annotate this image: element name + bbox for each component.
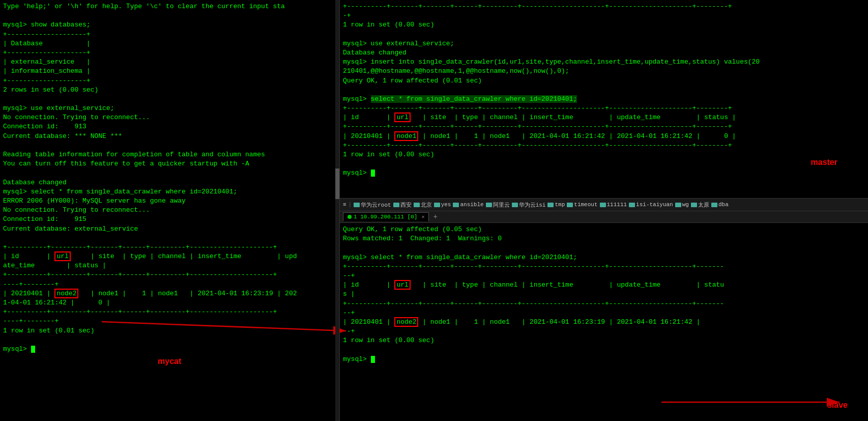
rt-tbl-sep3: +----------+-------+-------+------+-----… <box>343 141 865 150</box>
left-node2-highlight: node2 <box>54 289 78 298</box>
left-tbl-sep5: ----+--------+ <box>3 317 336 326</box>
left-line-sep1: +--------------------+ <box>3 30 336 39</box>
left-line-sep3: +--------------------+ <box>3 76 336 86</box>
left-connid: Connection id: 913 <box>3 122 336 131</box>
toolbar-tmp[interactable]: tmp <box>547 202 565 208</box>
left-tbl-sep1: +----------+---------+-------+------+---… <box>3 243 336 252</box>
rb-url-header: url <box>394 280 410 290</box>
toolbar-wg[interactable]: wg <box>675 202 689 208</box>
rt-select-highlight: select * from single_data_crawler where … <box>371 95 577 103</box>
left-line-dbheader: | Database | <box>3 39 336 48</box>
left-tbl-sep2: +----------+---------+-------+------+---… <box>3 270 336 279</box>
right-top-terminal: +----------+-------+-------+------+-----… <box>340 0 868 198</box>
left-blank5 <box>3 234 336 243</box>
rb-tbl-hdr: | id | url | site | type | channel | ins… <box>343 280 865 290</box>
toolbar-sep1: | <box>349 202 352 208</box>
rb-blank2 <box>343 345 865 354</box>
tab-label: 1 10.99.200.111 [0] <box>354 214 417 220</box>
rb-rows: Rows matched: 1 Changed: 1 Warnings: 0 <box>343 234 865 243</box>
left-tbl-hdr2: ate_time | status | <box>3 261 336 270</box>
rt-tbl-hdr: | id | url | site | type | channel | ins… <box>343 113 865 122</box>
rt-use: mysql> use external_service; <box>343 39 865 48</box>
left-error: ERROR 2006 (HY000): MySQL server has gon… <box>3 197 336 206</box>
toolbar-huawei-isi[interactable]: 华为云isi <box>512 201 546 209</box>
rt-insert2: 210401,@@hostname,@@hostname,1,@@hostnam… <box>343 67 865 76</box>
left-select1: mysql> select * from single_data_crawler… <box>3 187 336 197</box>
rb-1row: 1 row in set (0.00 sec) <box>343 336 865 345</box>
rb-tbl-sep2: +----------+-------+-------+------+-----… <box>343 299 865 308</box>
left-turnoff: You can turn off this feature to get a q… <box>3 159 336 169</box>
left-use: mysql> use external_service; <box>3 104 336 113</box>
rb-tbl-sep1: +----------+-------+-------+------+-----… <box>343 262 865 271</box>
left-terminal-content: Type 'help;' or '\h' for help. Type '\c'… <box>3 2 336 354</box>
rt-node1-highlight: node1 <box>394 131 418 141</box>
left-line-2rows: 2 rows in set (0.00 sec) <box>3 86 336 95</box>
left-reconnect2: No connection. Trying to reconnect... <box>3 206 336 215</box>
toolbar: ≡ | 华为云root 西安 北京 yes <box>340 198 868 211</box>
right-bottom-terminal: Query OK, 1 row affected (0.05 sec) Rows… <box>340 223 868 421</box>
rt-cursor <box>371 170 375 177</box>
left-line-1: Type 'help;' or '\h' for help. Type '\c'… <box>3 2 336 11</box>
toolbar-huawei-root[interactable]: 华为云root <box>354 201 391 209</box>
toolbar-ansible[interactable]: ansible <box>453 202 483 208</box>
rb-blank <box>343 243 865 252</box>
left-reconnect: No connection. Trying to reconnect... <box>3 113 336 122</box>
toolbar-taiyuan[interactable]: 太原 <box>691 201 709 209</box>
rt-select: mysql> select * from single_data_crawler… <box>343 95 865 104</box>
rb-node2-highlight: node2 <box>394 317 418 327</box>
left-cursor <box>31 346 35 353</box>
left-reading: Reading table information for completion… <box>3 150 336 159</box>
rt-sep1: +----------+-------+-------+------+-----… <box>343 2 865 11</box>
left-line-info: | information_schema | <box>3 67 336 76</box>
tab-bar: 1 10.99.200.111 [0] ✕ + <box>340 211 868 223</box>
left-connid2: Connection id: 915 <box>3 215 336 224</box>
left-tbl-row: | 20210401 | node2 | node1 | 1 | node1 |… <box>3 289 336 298</box>
toolbar-111111[interactable]: 111111 <box>600 202 627 208</box>
rb-select: mysql> select * from single_data_crawler… <box>343 253 865 262</box>
right-panel: +----------+-------+-------+------+-----… <box>340 0 868 421</box>
master-label: master <box>811 158 837 167</box>
tab-new-button[interactable]: + <box>431 213 439 221</box>
left-blank3 <box>3 141 336 150</box>
tab-close-button[interactable]: ✕ <box>421 214 424 220</box>
left-terminal-panel: Type 'help;' or '\h' for help. Type '\c'… <box>0 0 340 421</box>
left-dbchanged: Database changed <box>3 178 336 187</box>
rb-tbl-cont3: --+ <box>343 327 865 336</box>
left-tbl-sep4: +----------+---------+-------+------+---… <box>3 307 336 317</box>
toolbar-beijing[interactable]: 北京 <box>414 201 432 209</box>
rt-tbl-sep2: +----------+-------+-------+------+-----… <box>343 122 865 131</box>
rt-tbl-row: | 20210401 | node1 | node1 | 1 | node1 |… <box>343 132 865 141</box>
rt-dbchanged: Database changed <box>343 48 865 58</box>
rb-tbl-cont1: --+ <box>343 271 865 280</box>
rt-blank <box>343 30 865 39</box>
rt-url-header: url <box>394 113 410 122</box>
toolbar-hamburger[interactable]: ≡ <box>343 202 346 208</box>
rt-insert: mysql> insert into single_data_crawler(i… <box>343 58 865 67</box>
rb-queryok: Query OK, 1 row affected (0.05 sec) <box>343 225 865 234</box>
toolbar-xian[interactable]: 西安 <box>393 201 412 209</box>
left-line-show-db: mysql> show databases; <box>3 20 336 30</box>
left-curdb: Current database: *** NONE *** <box>3 132 336 141</box>
left-url-highlight: url <box>54 251 70 261</box>
rb-tbl-cont2: --+ <box>343 308 865 318</box>
rb-tbl-hdr2: s | <box>343 290 865 299</box>
tab-status-dot <box>348 215 352 219</box>
rt-blank2 <box>343 86 865 95</box>
left-tbl-hdr: | id | url | site | type | channel | ins… <box>3 252 336 261</box>
toolbar-timeout[interactable]: timeout <box>567 202 597 208</box>
toolbar-yes[interactable]: yes <box>434 202 451 208</box>
rb-cursor <box>371 356 375 363</box>
toolbar-aliyun[interactable]: 阿里云 <box>486 201 510 209</box>
toolbar-isi-taiyuan[interactable]: isi-taiyuan <box>629 202 673 208</box>
left-blank6 <box>3 335 336 345</box>
left-line-blank <box>3 11 336 20</box>
rt-1row2: 1 row in set (0.00 sec) <box>343 150 865 159</box>
left-tbl-sep3: ----+--------+ <box>3 280 336 289</box>
rb-tbl-row: | 20210401 | node2 | node1 | 1 | node1 |… <box>343 318 865 327</box>
left-line-sep2: +--------------------+ <box>3 48 336 58</box>
left-blank2 <box>3 95 336 104</box>
toolbar-dba[interactable]: dba <box>711 202 729 208</box>
tab-active[interactable]: 1 10.99.200.111 [0] ✕ <box>343 212 429 221</box>
rt-1row: 1 row in set (0.00 sec) <box>343 20 865 30</box>
rb-prompt: mysql> <box>343 355 865 364</box>
